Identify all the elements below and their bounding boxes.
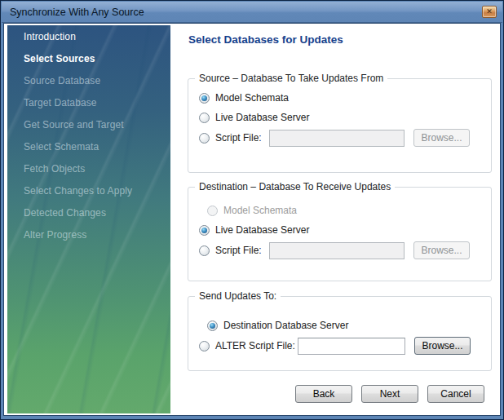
radio-source-live-database-server[interactable] (199, 113, 210, 123)
cancel-button[interactable]: Cancel (427, 385, 484, 403)
radio-alter-script-file[interactable] (199, 341, 210, 351)
option-destination-live-database-server[interactable]: Live Database Server (188, 220, 491, 240)
sidebar-item-introduction: Introduction (7, 25, 170, 47)
destination-browse-button: Browse... (413, 241, 470, 259)
dialog-window: Synchronize With Any Source ✕ Introducti… (0, 0, 504, 420)
sidebar-item-get-source-and-target: Get Source and Target (7, 113, 170, 135)
close-icon[interactable]: ✕ (482, 6, 497, 18)
title-bar[interactable]: Synchronize With Any Source ✕ (2, 2, 502, 23)
footer-button-row: Back Next Cancel (295, 385, 484, 403)
sidebar-item-select-sources: Select Sources (7, 47, 170, 69)
sidebar-item-source-database: Source Database (7, 69, 170, 91)
next-button[interactable]: Next (361, 385, 418, 403)
option-source-model-schemata[interactable]: Model Schemata (188, 88, 491, 108)
wizard-steps-sidebar: Introduction Select Sources Source Datab… (7, 25, 170, 413)
option-alter-script-file: ALTER Script File: Browse... (188, 335, 491, 356)
back-button[interactable]: Back (295, 385, 352, 403)
destination-script-file-input (269, 242, 405, 259)
option-source-script-file: Script File: Browse... (188, 127, 491, 148)
radio-source-script-file[interactable] (199, 133, 210, 144)
sidebar-item-select-schemata: Select Schemata (7, 135, 170, 157)
option-destination-script-file: Script File: Browse... (188, 240, 491, 261)
group-send-updates-title: Send Updates To: (195, 290, 281, 302)
alter-browse-button[interactable]: Browse... (414, 337, 471, 355)
sidebar-item-fetch-objects: Fetch Objects (7, 157, 170, 179)
window-title: Synchronize With Any Source (10, 2, 144, 23)
sidebar-item-target-database: Target Database (7, 91, 170, 113)
source-browse-button: Browse... (413, 129, 470, 147)
group-send-updates-to: Send Updates To: Destination Database Se… (188, 296, 492, 371)
group-destination: Destination – Database To Receive Update… (188, 187, 492, 281)
group-destination-title: Destination – Database To Receive Update… (195, 181, 395, 192)
sidebar-item-select-changes-to-apply: Select Changes to Apply (7, 179, 170, 201)
dialog-body: Introduction Select Sources Source Datab… (3, 23, 501, 416)
group-source: Source – Database To Take Updates From M… (188, 78, 492, 173)
page-title: Select Databases for Updates (188, 33, 498, 46)
source-script-file-input (269, 130, 405, 147)
radio-destination-script-file[interactable] (199, 245, 210, 256)
sidebar-item-detected-changes: Detected Changes (7, 201, 170, 223)
group-source-title: Source – Database To Take Updates From (195, 73, 387, 84)
radio-destination-database-server[interactable] (207, 321, 218, 331)
radio-source-model-schemata[interactable] (199, 93, 210, 104)
sidebar-item-alter-progress: Alter Progress (7, 223, 170, 245)
radio-destination-model-schemata (207, 206, 218, 216)
alter-script-file-input[interactable] (298, 338, 405, 355)
option-destination-model-schemata: Model Schemata (188, 201, 491, 220)
radio-destination-live-database-server[interactable] (199, 225, 210, 236)
option-destination-database-server[interactable]: Destination Database Server (188, 316, 491, 335)
option-source-live-database-server[interactable]: Live Database Server (188, 108, 491, 127)
main-panel: Select Databases for Updates Source – Da… (170, 25, 498, 413)
wizard-step-list: Introduction Select Sources Source Datab… (7, 25, 170, 245)
